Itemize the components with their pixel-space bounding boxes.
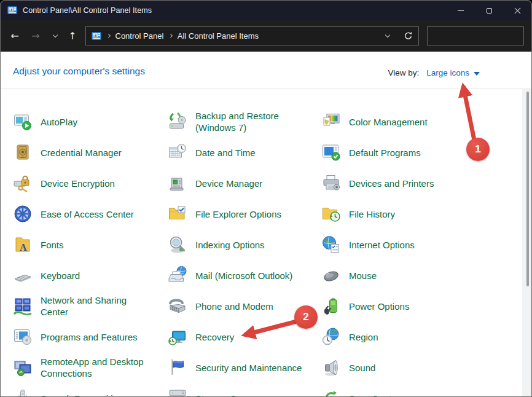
item-label: File History (349, 208, 395, 220)
control-panel-item[interactable]: Recovery (168, 321, 321, 352)
maximize-button[interactable] (475, 1, 503, 20)
default-programs-icon (321, 143, 341, 162)
arrow-left-icon: ← (10, 30, 18, 42)
items-column-3: Color ManagementDefault ProgramsDevices … (321, 106, 475, 397)
speech-recognition-icon (13, 388, 33, 397)
credential-manager-icon (13, 143, 33, 162)
control-panel-window: Control Panel\All Control Panel Items ← … (0, 0, 532, 397)
chevron-down-icon (474, 72, 480, 76)
item-label: Internet Options (349, 239, 415, 251)
mouse-icon (321, 265, 341, 285)
item-label: Speech Recognition (41, 393, 123, 397)
remoteapp-icon (13, 358, 33, 377)
item-label: Sound (349, 362, 375, 374)
control-panel-item[interactable]: AFonts (13, 229, 166, 260)
control-panel-item[interactable]: AutoPlay (13, 106, 166, 137)
mail-icon (168, 265, 187, 285)
svg-text:A: A (20, 242, 27, 253)
address-bar[interactable]: Control Panel All Control Panel Items (85, 26, 419, 45)
control-panel-item[interactable]: Default Programs (321, 137, 475, 168)
window-controls (447, 1, 531, 20)
address-dropdown-button[interactable] (382, 35, 393, 37)
control-panel-item[interactable]: Mouse (321, 260, 475, 291)
region-icon (321, 327, 341, 347)
control-panel-icon (7, 6, 17, 15)
breadcrumb-item-all-items[interactable]: All Control Panel Items (178, 31, 259, 41)
sound-icon (321, 358, 341, 377)
control-panel-item[interactable]: Color Management (321, 106, 475, 137)
maximize-icon (487, 8, 492, 14)
control-panel-item[interactable]: File Explorer Options (168, 198, 321, 229)
control-panel-item[interactable]: Ease of Access Center (13, 198, 166, 229)
control-panel-item[interactable]: Storage Spaces (168, 383, 321, 397)
item-label: Storage Spaces (195, 393, 261, 397)
window-title: Control Panel\All Control Panel Items (23, 6, 152, 15)
file-history-icon (321, 204, 341, 224)
item-label: Programs and Features (41, 331, 138, 343)
control-panel-item[interactable]: Device Encryption (13, 168, 166, 198)
minimize-icon (458, 10, 464, 11)
indexing-options-icon (168, 235, 187, 254)
control-panel-item[interactable]: Phone and Modem (168, 291, 321, 321)
navigation-toolbar: ← → ↑ Control Panel All Control Panel It… (1, 20, 531, 52)
control-panel-item[interactable]: Sound (321, 352, 475, 383)
control-panel-item[interactable]: Speech Recognition (13, 383, 166, 397)
control-panel-item[interactable]: RemoteApp and Desktop Connections (13, 352, 166, 383)
item-label: Power Options (349, 301, 409, 312)
view-by-dropdown[interactable]: Large icons (426, 68, 480, 77)
breadcrumb-separator-icon (106, 34, 110, 37)
recent-locations-button[interactable] (46, 26, 65, 45)
item-label: Network and Sharing Center (41, 294, 127, 318)
control-panel-item[interactable]: Device Manager (168, 168, 321, 198)
breadcrumb-item-control-panel[interactable]: Control Panel (115, 31, 164, 41)
item-label: Credential Manager (41, 147, 122, 159)
control-panel-item[interactable]: Programs and Features (13, 321, 166, 352)
chevron-down-icon (53, 33, 58, 37)
control-panel-item[interactable]: Keyboard (13, 260, 166, 291)
breadcrumb-separator-icon (168, 34, 172, 37)
item-label: Region (349, 331, 378, 343)
control-panel-item[interactable]: Mail (Microsoft Outlook) (168, 260, 321, 291)
item-label: Devices and Printers (349, 178, 434, 189)
page-title: Adjust your computer's settings (13, 66, 145, 77)
power-options-icon (321, 296, 341, 316)
control-panel-item[interactable]: File History (321, 198, 475, 229)
item-label: Color Management (349, 116, 428, 128)
control-panel-item[interactable]: Power Options (321, 291, 475, 321)
control-panel-item[interactable]: Security and Maintenance (168, 352, 321, 383)
control-panel-item[interactable]: Devices and Printers (321, 168, 475, 198)
color-management-icon (321, 112, 341, 132)
control-panel-item[interactable]: Region (321, 321, 475, 352)
date-time-icon (168, 143, 187, 162)
control-panel-item[interactable]: Indexing Options (168, 229, 321, 260)
close-button[interactable] (503, 1, 531, 20)
titlebar: Control Panel\All Control Panel Items (1, 1, 531, 20)
refresh-button[interactable] (404, 31, 413, 41)
control-panel-item[interactable]: Backup and Restore (Windows 7) (168, 106, 321, 137)
back-button[interactable]: ← (6, 26, 24, 45)
control-panel-item[interactable]: Date and Time (168, 137, 321, 168)
internet-options-icon (321, 235, 341, 254)
minimize-button[interactable] (447, 1, 475, 20)
arrow-right-icon: → (31, 30, 39, 42)
control-panel-item[interactable]: Network and Sharing Center (13, 291, 166, 321)
item-label: Device Encryption (41, 178, 115, 189)
control-panel-item[interactable]: Sync Center (321, 383, 475, 397)
control-panel-item[interactable]: Internet Options (321, 229, 475, 260)
scrollbar-thumb[interactable] (526, 92, 529, 286)
forward-button[interactable]: → (26, 26, 45, 45)
control-panel-item[interactable]: Credential Manager (13, 137, 166, 168)
search-input[interactable] (428, 31, 532, 41)
search-box (427, 26, 524, 45)
item-label: Backup and Restore (Windows 7) (195, 110, 279, 133)
items-column-2: Backup and Restore (Windows 7)Date and T… (168, 106, 321, 397)
item-label: File Explorer Options (195, 208, 281, 220)
storage-spaces-icon (168, 388, 187, 397)
item-label: Default Programs (349, 147, 421, 159)
item-label: Mail (Microsoft Outlook) (195, 270, 292, 281)
page-header: Adjust your computer's settings View by:… (1, 52, 531, 89)
item-label: Recovery (195, 331, 234, 343)
item-label: Sync Center (349, 393, 400, 397)
recovery-icon (168, 327, 187, 347)
up-button[interactable]: ↑ (63, 26, 82, 45)
